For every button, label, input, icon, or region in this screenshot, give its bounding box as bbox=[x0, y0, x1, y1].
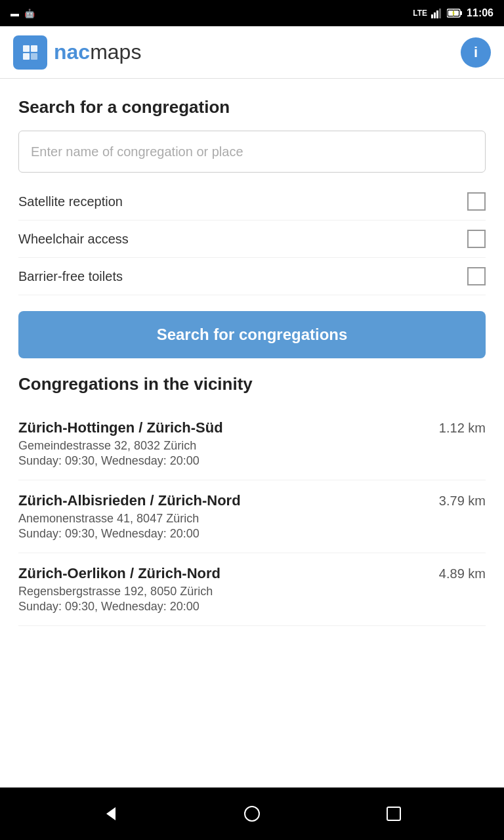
back-icon bbox=[101, 805, 119, 823]
info-button[interactable]: i bbox=[461, 37, 491, 68]
logo-text: nacmaps bbox=[54, 40, 141, 64]
status-bar: ▬ 🤖 LTE 11:06 bbox=[0, 0, 504, 26]
congregation-item-1[interactable]: Zürich-Albisrieden / Zürich-Nord Anemone… bbox=[18, 480, 486, 553]
congregation-address-0: Gemeindestrasse 32, 8032 Zürich bbox=[18, 439, 429, 453]
congregation-info-1: Zürich-Albisrieden / Zürich-Nord Anemone… bbox=[18, 492, 439, 541]
filters-container: Satellite reception Wheelchair access Ba… bbox=[18, 183, 486, 295]
main-content: Search for a congregation Satellite rece… bbox=[0, 79, 504, 788]
svg-marker-14 bbox=[106, 807, 116, 820]
logo-icon bbox=[13, 35, 47, 70]
congregation-distance-2: 4.89 km bbox=[439, 565, 486, 581]
search-congregations-button[interactable]: Search for congregations bbox=[18, 311, 486, 358]
lte-icon: LTE bbox=[413, 9, 427, 18]
congregation-item-0[interactable]: Zürich-Hottingen / Zürich-Süd Gemeindest… bbox=[18, 408, 486, 480]
vicinity-title: Congregations in the vicinity bbox=[18, 374, 486, 394]
svg-rect-1 bbox=[434, 12, 436, 18]
svg-rect-11 bbox=[31, 45, 37, 52]
filter-toilets: Barrier-free toilets bbox=[18, 258, 486, 295]
svg-rect-13 bbox=[31, 53, 37, 60]
signal-icon bbox=[431, 8, 443, 18]
filter-wheelchair-checkbox[interactable] bbox=[467, 230, 486, 248]
filter-toilets-checkbox[interactable] bbox=[467, 267, 486, 285]
status-left-icons: ▬ 🤖 bbox=[10, 9, 35, 18]
congregation-times-0: Sunday: 09:30, Wednesday: 20:00 bbox=[18, 454, 429, 468]
recents-button[interactable] bbox=[378, 798, 410, 830]
congregation-item-2[interactable]: Zürich-Oerlikon / Zürich-Nord Regensberg… bbox=[18, 553, 486, 626]
battery-icon bbox=[447, 8, 463, 18]
app-header: nacmaps i bbox=[0, 26, 504, 79]
home-button[interactable] bbox=[236, 798, 268, 830]
svg-rect-16 bbox=[387, 807, 400, 820]
svg-point-15 bbox=[245, 807, 259, 821]
filter-toilets-label: Barrier-free toilets bbox=[18, 269, 123, 284]
logo: nacmaps bbox=[13, 35, 141, 70]
svg-rect-5 bbox=[460, 11, 462, 15]
congregation-distance-0: 1.12 km bbox=[439, 419, 486, 436]
filter-wheelchair: Wheelchair access bbox=[18, 220, 486, 258]
congregation-times-2: Sunday: 09:30, Wednesday: 20:00 bbox=[18, 600, 429, 614]
recents-icon bbox=[385, 805, 403, 823]
congregation-address-2: Regensbergstrasse 192, 8050 Zürich bbox=[18, 585, 429, 598]
logo-maps: maps bbox=[90, 40, 141, 64]
svg-rect-3 bbox=[439, 9, 441, 18]
search-section-title: Search for a congregation bbox=[18, 97, 486, 117]
congregation-name-1: Zürich-Albisrieden / Zürich-Nord bbox=[18, 492, 429, 509]
congregation-info-0: Zürich-Hottingen / Zürich-Süd Gemeindest… bbox=[18, 419, 439, 468]
congregation-times-1: Sunday: 09:30, Wednesday: 20:00 bbox=[18, 527, 429, 541]
congregation-name-0: Zürich-Hottingen / Zürich-Süd bbox=[18, 419, 429, 436]
filter-wheelchair-label: Wheelchair access bbox=[18, 232, 129, 247]
search-input[interactable] bbox=[18, 131, 486, 173]
svg-rect-10 bbox=[23, 45, 30, 52]
nav-bar bbox=[0, 788, 504, 840]
time-display: 11:06 bbox=[467, 7, 494, 19]
android-icon: 🤖 bbox=[24, 9, 35, 18]
notification-icon: ▬ bbox=[10, 9, 19, 18]
back-button[interactable] bbox=[94, 798, 126, 830]
congregation-name-2: Zürich-Oerlikon / Zürich-Nord bbox=[18, 565, 429, 582]
congregation-address-1: Anemonenstrasse 41, 8047 Zürich bbox=[18, 512, 429, 526]
congregation-distance-1: 3.79 km bbox=[439, 492, 486, 509]
congregation-info-2: Zürich-Oerlikon / Zürich-Nord Regensberg… bbox=[18, 565, 439, 614]
filter-satellite-checkbox[interactable] bbox=[467, 192, 486, 211]
filter-satellite-label: Satellite reception bbox=[18, 194, 123, 209]
home-icon bbox=[243, 805, 261, 823]
filter-satellite: Satellite reception bbox=[18, 183, 486, 220]
svg-rect-2 bbox=[436, 10, 438, 18]
svg-rect-12 bbox=[23, 53, 30, 60]
status-right-icons: LTE 11:06 bbox=[413, 7, 494, 19]
logo-nac: nac bbox=[54, 40, 90, 64]
congregation-list: Zürich-Hottingen / Zürich-Süd Gemeindest… bbox=[18, 408, 486, 626]
svg-rect-0 bbox=[431, 14, 433, 18]
